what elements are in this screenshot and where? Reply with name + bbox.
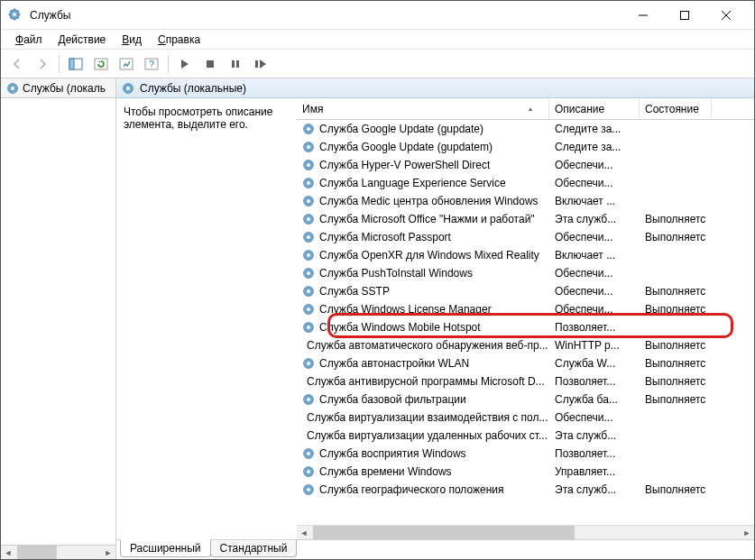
svg-point-34: [307, 271, 310, 275]
gear-icon: [302, 483, 315, 496]
service-description: Обеспечи...: [549, 410, 640, 425]
svg-point-28: [307, 217, 310, 221]
gear-icon: [122, 82, 134, 95]
gear-icon: [302, 267, 315, 280]
service-row[interactable]: Служба Language Experience ServiceОбеспе…: [297, 174, 754, 192]
titlebar: Службы: [1, 1, 754, 30]
scroll-right-icon[interactable]: ►: [101, 546, 115, 559]
service-row[interactable]: Служба OpenXR для Windows Mixed RealityВ…: [297, 246, 754, 264]
tree-hscroll[interactable]: ◄ ►: [1, 545, 115, 559]
service-row[interactable]: Служба Microsoft Office "Нажми и работай…: [297, 210, 754, 228]
gear-icon: [302, 393, 315, 406]
forward-button[interactable]: [32, 53, 53, 75]
toolbar: ?: [1, 50, 754, 78]
menu-view[interactable]: Вид: [115, 32, 149, 48]
service-row[interactable]: Служба базовой фильтрацииСлужба ба...Вып…: [297, 390, 754, 409]
svg-point-44: [307, 362, 310, 365]
gear-icon: [302, 465, 315, 478]
service-row[interactable]: Служба виртуализации взаимодействия с по…: [297, 409, 754, 427]
gear-icon: [302, 285, 315, 298]
stop-button[interactable]: [199, 53, 221, 75]
svg-point-22: [307, 163, 310, 167]
service-name: Служба восприятия Windows: [319, 447, 466, 460]
refresh-button[interactable]: [90, 53, 112, 75]
service-name: Служба антивирусной программы Microsoft …: [307, 375, 545, 388]
service-description: Позволяет...: [549, 374, 640, 389]
service-name: Служба OpenXR для Windows Mixed Reality: [319, 249, 539, 262]
service-state: [640, 254, 712, 256]
service-row[interactable]: Служба автоматического обнаружения веб-п…: [297, 336, 754, 354]
list-hscroll[interactable]: ◄ ►: [297, 525, 754, 539]
service-description: Эта служб...: [549, 212, 640, 226]
service-row[interactable]: Служба Medic центра обновления WindowsВк…: [297, 192, 754, 210]
help-button[interactable]: ?: [141, 53, 162, 75]
maximize-button[interactable]: [664, 1, 705, 30]
svg-rect-11: [236, 60, 239, 68]
tab-standard[interactable]: Стандартный: [210, 539, 298, 557]
service-row[interactable]: Служба виртуализации удаленных рабочих с…: [297, 427, 754, 445]
service-name: Служба Google Update (gupdate): [319, 123, 483, 135]
tree-node-services[interactable]: Службы (локаль: [1, 78, 115, 98]
svg-point-14: [11, 87, 14, 90]
service-row[interactable]: Служба SSTPОбеспечи...Выполняетс: [297, 282, 754, 300]
service-name: Служба Google Update (gupdatem): [319, 141, 493, 153]
back-button[interactable]: [6, 53, 28, 75]
service-name: Служба Medic центра обновления Windows: [319, 195, 539, 207]
service-state: [640, 417, 712, 418]
close-button[interactable]: [705, 1, 747, 30]
col-description[interactable]: Описание: [549, 98, 640, 119]
service-name: Служба базовой фильтрации: [319, 393, 466, 406]
service-name: Служба Microsoft Passport: [319, 231, 451, 243]
service-row[interactable]: Служба PushToInstall WindowsОбеспечи...: [297, 264, 754, 282]
menu-file[interactable]: Файл: [8, 32, 50, 48]
export-button[interactable]: [115, 53, 137, 75]
service-row[interactable]: Служба Google Update (gupdatem)Следите з…: [297, 138, 754, 156]
service-row[interactable]: Служба Hyper-V PowerShell DirectОбеспечи…: [297, 156, 754, 174]
gear-icon: [302, 123, 315, 135]
service-state: [640, 435, 712, 436]
service-row[interactable]: Служба автонастройки WLANСлужба W...Выпо…: [297, 354, 754, 372]
svg-point-48: [307, 398, 310, 401]
col-name[interactable]: Имя▴: [297, 98, 549, 119]
service-description: Управляет...: [549, 464, 640, 479]
service-description: Обеспечи...: [549, 284, 640, 298]
service-description: Включает ...: [549, 248, 640, 262]
pane-title: Службы (локальные): [116, 78, 754, 98]
show-hide-tree-button[interactable]: [65, 53, 87, 75]
service-row[interactable]: Служба Windows License ManagerОбеспечи..…: [297, 300, 754, 318]
svg-point-40: [307, 326, 310, 329]
minimize-button[interactable]: [622, 1, 664, 30]
gear-icon: [302, 159, 315, 171]
service-row[interactable]: Служба Google Update (gupdate)Следите за…: [297, 120, 754, 138]
svg-point-54: [307, 452, 310, 455]
service-row[interactable]: Служба антивирусной программы Microsoft …: [297, 372, 754, 390]
pause-button[interactable]: [225, 53, 246, 75]
service-state: Выполняетс: [640, 392, 712, 407]
service-description: Служба ба...: [549, 392, 640, 407]
service-description: Позволяет...: [549, 320, 640, 335]
service-state: [640, 200, 712, 202]
service-state: Выполняетс: [640, 374, 712, 389]
gear-icon: [302, 249, 315, 262]
service-description: Включает ...: [549, 194, 640, 208]
service-row[interactable]: Служба восприятия WindowsПозволяет...: [297, 445, 754, 463]
col-state[interactable]: Состояние: [640, 98, 712, 119]
service-row[interactable]: Служба времени WindowsУправляет...: [297, 463, 754, 481]
restart-button[interactable]: [250, 53, 272, 75]
menu-action[interactable]: Действие: [51, 32, 114, 48]
service-description: Обеспечи...: [549, 266, 640, 280]
scroll-left-icon[interactable]: ◄: [297, 526, 311, 539]
scroll-left-icon[interactable]: ◄: [1, 546, 15, 559]
scroll-right-icon[interactable]: ►: [740, 526, 754, 539]
service-name: Служба Language Experience Service: [319, 177, 506, 189]
service-row[interactable]: Служба Microsoft PassportОбеспечи...Выпо…: [297, 228, 754, 246]
tab-extended[interactable]: Расширенный: [120, 539, 211, 557]
gear-icon: [302, 303, 315, 316]
menu-help[interactable]: Справка: [151, 32, 207, 48]
service-row[interactable]: Служба Windows Mobile HotspotПозволяет..…: [297, 318, 754, 336]
svg-point-30: [307, 235, 310, 239]
svg-rect-12: [255, 60, 258, 68]
start-button[interactable]: [174, 53, 196, 75]
service-name: Служба виртуализации взаимодействия с по…: [307, 411, 548, 424]
service-row[interactable]: Служба географического положенияЭта служ…: [297, 481, 754, 499]
